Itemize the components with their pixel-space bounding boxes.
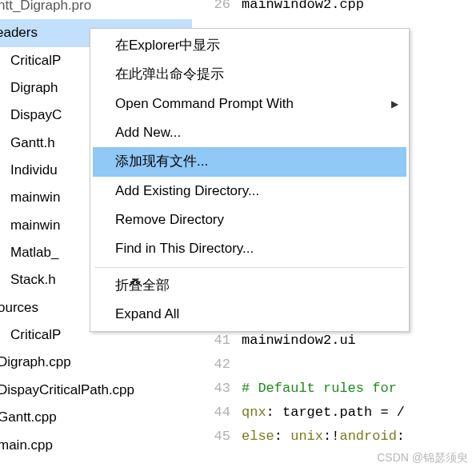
menu-item-label: 在此弹出命令提示 [115,64,224,85]
menu-item-label: Add New... [115,122,181,143]
menu-item[interactable]: Add Existing Directory... [93,177,406,206]
submenu-arrow-icon: ▶ [391,97,398,112]
menu-item[interactable]: Add New... [93,118,406,147]
line-number: 45 [197,429,242,444]
menu-item-label: Remove Directory [115,210,224,230]
line-number: 44 [197,405,242,420]
menu-item-label: Open Command Prompt With [115,94,294,114]
menu-item-label: Expand All [115,304,179,325]
tree-item[interactable]: ntt_Digraph.pro [0,0,192,19]
menu-item-label: Find in This Directory... [115,238,254,259]
code-line[interactable]: 43# Default rules for [197,376,476,400]
menu-item[interactable]: 折叠全部 [93,271,406,300]
menu-item-label: Add Existing Directory... [115,181,259,202]
line-number: 26 [197,0,242,12]
menu-item-label: 添加现有文件... [115,151,208,172]
code-line[interactable]: 45else: unix:!android: [197,424,476,448]
line-number: 41 [197,333,242,348]
menu-item[interactable]: Remove Directory [93,206,406,234]
tree-item[interactable]: Digraph.cpp [0,349,192,376]
code-text: # Default rules for [242,381,405,396]
line-number: 43 [197,381,242,396]
tree-item[interactable]: Gantt.cpp [0,404,192,431]
menu-item[interactable]: 在Explorer中显示 [93,31,406,60]
code-line[interactable]: 26mainwindow2.cpp [197,0,476,16]
code-line[interactable]: 42 [197,352,476,376]
menu-item-label: 在Explorer中显示 [115,35,220,56]
menu-item[interactable]: Find in This Directory... [93,234,406,263]
watermark: CSDN @锦瑟须臾 [377,451,468,465]
menu-item[interactable]: 添加现有文件... [93,147,406,176]
menu-item[interactable]: Open Command Prompt With▶ [93,90,406,118]
code-text: mainwindow2.cpp [242,0,364,12]
code-line[interactable]: 44qnx: target.path = / [197,400,476,424]
context-menu: 在Explorer中显示在此弹出命令提示Open Command Prompt … [90,28,410,332]
menu-item[interactable]: Expand All [93,300,406,329]
menu-item-label: 折叠全部 [115,275,170,296]
tree-item[interactable]: DispayCriticalPath.cpp [0,377,192,404]
menu-item[interactable]: 在此弹出命令提示 [93,60,406,89]
tree-item[interactable]: main.cpp [0,432,192,459]
code-text: qnx: target.path = / [242,405,405,420]
menu-separator [94,267,405,268]
line-number: 42 [197,357,242,372]
code-text: else: unix:!android: [242,429,405,444]
code-text: mainwindow2.ui [242,333,356,348]
